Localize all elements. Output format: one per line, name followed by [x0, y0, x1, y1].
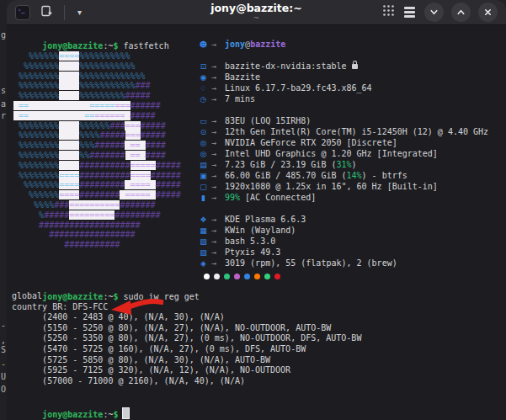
info-line-blank: [199, 203, 488, 214]
arrow-separator-icon: →: [211, 214, 221, 225]
info-line: ◉→Bazzite: [199, 72, 488, 82]
arrow-separator-icon: →: [211, 181, 221, 192]
os-image-icon: ⊡: [199, 61, 208, 72]
arrow-separator-icon: →: [211, 192, 221, 203]
ascii-art-row: %%%%%%%% ##########=====#####: [13, 161, 181, 171]
reg-output-line: (2400 - 2483 @ 40), (N/A, 30), (N/A): [12, 312, 361, 323]
edge-text-fragment: ,: [1, 336, 6, 345]
info-line-blank: [199, 104, 488, 115]
window-title: jony@bazzite:~: [210, 3, 302, 14]
color-palette-dots: [204, 274, 280, 279]
arrow-separator-icon: →: [211, 93, 221, 104]
info-line: ▮→99% [AC Connected]: [199, 192, 488, 203]
ascii-art-row: %%%%%%% %%%%%%%%%%%: [13, 61, 181, 72]
info-line: ▣→66.00 GiB / 485.70 GiB (14%) - btrfs: [199, 170, 488, 181]
uptime-icon: ◷: [199, 94, 208, 105]
disk-icon: ▣: [199, 171, 208, 182]
ascii-art-row: #################: [13, 230, 181, 240]
ascii-art-row: %%%%%%%% %%%%%%###===#####: [13, 121, 181, 131]
ascii-art-row: %%%%%%%% %%%%%%%%%%%%%: [13, 72, 181, 82]
edge-text-fragment: a: [1, 99, 6, 109]
reg-output-line: (5725 - 5850 @ 80), (N/A, 30), (N/A), AU…: [12, 355, 361, 366]
reg-output-line: global: [12, 291, 361, 302]
kernel-icon: ♢: [199, 83, 208, 94]
edge-text-fragment: U: [1, 372, 6, 381]
ascii-art-row: %%%%%%%% %%%%%%%%%#####: [13, 91, 181, 101]
cpu-icon: ⊙: [199, 127, 208, 138]
info-line: ❖→KDE Plasma 6.6.3: [199, 214, 488, 225]
ascii-art-row: %%%%%%%% %%%%%%%%%%%###: [13, 81, 181, 91]
reg-output-line: (5250 - 5350 @ 80), (N/A, 27), (0 ms), N…: [12, 333, 361, 344]
arrow-separator-icon: →: [211, 148, 221, 159]
titlebar: ▾ jony@bazzite:~ ~: [7, 0, 506, 25]
ascii-art-row: %%%%%%====%%%%%%%%%%: [13, 51, 181, 61]
battery-icon: ▮: [199, 193, 208, 204]
reg-output-line: (5925 - 7125 @ 320), (N/A, 12), (N/A), N…: [12, 365, 361, 376]
chevron-down-icon: [429, 8, 439, 17]
info-line: ◷→7 mins: [199, 93, 488, 104]
terminal-cursor: [122, 407, 130, 419]
window-subtitle: ~: [210, 14, 302, 22]
arrow-separator-icon: →: [211, 72, 221, 82]
palette-dot: [224, 274, 230, 279]
close-button[interactable]: [478, 3, 498, 22]
info-line: ▦→KWin (Wayland): [199, 225, 488, 236]
arrow-separator-icon: →: [211, 159, 221, 170]
host-icon: ▭: [199, 116, 208, 127]
info-line: ⊡→bazzite-dx-nvidia:stable: [199, 61, 488, 72]
new-tab-button[interactable]: [38, 4, 55, 21]
palette-dot: [214, 274, 220, 279]
reg-output-line: (5470 - 5725 @ 160), (N/A, 27), (0 ms), …: [12, 344, 361, 355]
edge-text-fragment: s: [1, 86, 6, 95]
info-line: ☻→jony@bazzite: [199, 39, 488, 50]
ascii-art-row: ####################: [13, 221, 181, 231]
tab-overview-button[interactable]: [382, 4, 395, 20]
menu-button[interactable]: [402, 5, 417, 19]
edge-text-fragment: -: [1, 359, 6, 369]
ascii-art: %%%%%%====%%%%%%%%%% %%%%%%% %%%%%%%%%%%…: [13, 51, 181, 250]
fastfetch-info: ☻→jony@bazzite⊡→bazzite-dx-nvidia:stable…: [199, 39, 488, 268]
edge-text-fragment: g: [1, 30, 6, 40]
reg-output-line: (57000 - 71000 @ 2160), (N/A, 40), (N/A): [12, 376, 361, 387]
ascii-art-row: %%%%%%====######## ===== #####: [13, 190, 181, 200]
user-icon: ☻: [199, 40, 208, 51]
ascii-art-row: %%%%%%%% %%%%#####===#####: [13, 130, 181, 141]
gpu-icon: ◎: [199, 138, 208, 149]
info-line: ▤→7.23 GiB / 23.19 GiB (31%): [199, 159, 488, 170]
ascii-art-row: %%%%%%%%====##########====######: [13, 171, 181, 181]
info-line: ◎→Intel UHD Graphics @ 1.20 GHz [Integra…: [199, 148, 488, 159]
titlebar-left-controls: ▾: [15, 4, 85, 21]
minimize-button[interactable]: [424, 3, 444, 22]
terminal-app-icon: [15, 5, 30, 20]
edge-text-fragment: -: [1, 321, 6, 330]
arrow-separator-icon: →: [211, 258, 221, 268]
maximize-button[interactable]: [451, 3, 471, 22]
terminal-icon: ▨: [199, 247, 208, 258]
palette-dot: [274, 274, 280, 279]
command-fastfetch: fastfetch: [123, 41, 168, 51]
ascii-art-row: %%%%%%%% %%%###### == ####: [13, 141, 181, 151]
gpu-icon: ◎: [199, 149, 208, 160]
edge-text-fragment: S: [1, 345, 6, 354]
palette-dot: [204, 274, 210, 279]
tab-dropdown-button[interactable]: ▾: [74, 8, 85, 17]
titlebar-right-controls: [382, 3, 498, 22]
reg-output-line: country BR: DFS-FCC: [12, 302, 361, 313]
arrow-separator-icon: →: [211, 61, 221, 72]
ascii-art-row: == ========######: [13, 101, 181, 111]
window-title-wrap: jony@bazzite:~ ~: [210, 3, 302, 22]
edge-text-fragment: O: [1, 385, 6, 394]
palette-dot: [244, 274, 250, 279]
ascii-art-row: %#####=========#########: [13, 210, 181, 221]
palette-dot: [234, 274, 240, 279]
reg-output: globalcountry BR: DFS-FCC (2400 - 2483 @…: [12, 291, 361, 386]
info-line: ◎→NVIDIA GeForce RTX 2050 [Discrete]: [199, 137, 488, 148]
info-line: ◈→3019 (rpm), 55 (flatpak), 2 (brew): [199, 258, 488, 268]
distro-icon: ◉: [199, 72, 208, 83]
ascii-art-row: == ======== #####: [13, 111, 181, 121]
ascii-art-row: ###########: [13, 240, 181, 250]
prompt-line-current[interactable]: jony@bazzite:~$: [12, 396, 130, 420]
chevron-up-icon: [456, 8, 466, 17]
info-line: ▢→1920x1080 @ 1.25x in 16", 60 Hz [Built…: [199, 181, 488, 192]
terminal-window: ▾ jony@bazzite:~ ~: [7, 0, 506, 420]
